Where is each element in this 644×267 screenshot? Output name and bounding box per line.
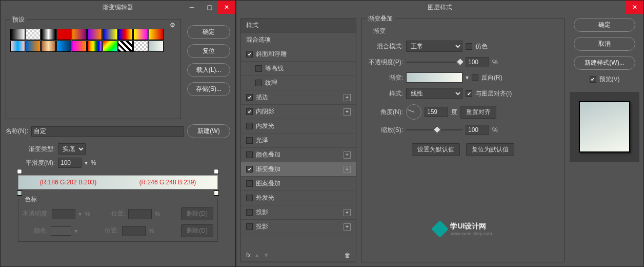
- checkbox[interactable]: [246, 151, 253, 158]
- close-button[interactable]: ✕: [626, 1, 643, 14]
- style-gradient-overlay[interactable]: 渐变叠加+: [241, 162, 356, 177]
- reset-button[interactable]: 复位: [187, 44, 230, 58]
- preset-swatch[interactable]: [103, 41, 117, 52]
- checkbox[interactable]: [246, 108, 253, 115]
- opacity-stop-left[interactable]: [17, 169, 22, 174]
- style-pattern-overlay[interactable]: 图案叠加: [241, 177, 356, 191]
- style-bevel[interactable]: 斜面和浮雕: [241, 47, 356, 62]
- style-drop-shadow-1[interactable]: 投影+: [241, 205, 356, 220]
- checkbox[interactable]: [246, 137, 253, 144]
- style-color-overlay[interactable]: 颜色叠加+: [241, 148, 356, 162]
- gradient-picker[interactable]: [406, 72, 462, 83]
- chevron-down-icon[interactable]: ▾: [85, 159, 88, 166]
- name-input[interactable]: [31, 126, 184, 137]
- preset-swatch[interactable]: [149, 29, 164, 40]
- chevron-down-icon[interactable]: ▾: [466, 74, 469, 81]
- opacity-stop-right[interactable]: [214, 169, 219, 174]
- checkbox[interactable]: [246, 223, 253, 230]
- angle-input[interactable]: [425, 107, 448, 117]
- maximize-button[interactable]: ▢: [200, 1, 218, 14]
- gradient-overlay-panel: 渐变叠加 渐变 混合模式: 正常 仿色 不透明度(P): % 渐变:: [361, 18, 565, 262]
- angle-dial[interactable]: [406, 104, 421, 120]
- style-drop-shadow-2[interactable]: 投影+: [241, 220, 356, 234]
- scale-input[interactable]: [466, 125, 489, 135]
- ok-button[interactable]: 确定: [187, 25, 230, 39]
- reverse-checkbox[interactable]: [472, 74, 478, 81]
- arrow-up-icon[interactable]: ▲: [254, 252, 260, 259]
- style-stroke[interactable]: 描边+: [241, 90, 356, 105]
- plus-icon[interactable]: +: [344, 223, 351, 231]
- style-satin[interactable]: 光泽: [241, 134, 356, 148]
- ls-new-style-button[interactable]: 新建样式(W)...: [574, 56, 635, 70]
- plus-icon[interactable]: +: [344, 94, 351, 101]
- preset-swatch[interactable]: [56, 29, 71, 40]
- preset-swatch[interactable]: [56, 41, 71, 52]
- preset-swatch[interactable]: [26, 41, 41, 52]
- reset-default-button[interactable]: 复位为默认值: [466, 143, 514, 156]
- fx-icon[interactable]: fx: [246, 252, 251, 259]
- preset-swatch[interactable]: [149, 41, 164, 52]
- style-inner-glow[interactable]: 内发光: [241, 119, 356, 134]
- minimize-button[interactable]: ─: [183, 1, 200, 14]
- type-select[interactable]: 实底: [58, 143, 86, 155]
- checkbox[interactable]: [246, 209, 253, 216]
- dither-checkbox[interactable]: [466, 43, 472, 50]
- blend-mode-select[interactable]: 正常: [406, 41, 462, 52]
- preview-checkbox[interactable]: [590, 76, 596, 83]
- style-inner-shadow[interactable]: 内阴影+: [241, 105, 356, 119]
- ls-cancel-button[interactable]: 取消: [574, 37, 635, 51]
- style-texture[interactable]: 纹理: [241, 76, 356, 90]
- trash-icon[interactable]: 🗑: [345, 252, 351, 259]
- preset-swatch[interactable]: [133, 41, 148, 52]
- plus-icon[interactable]: +: [344, 166, 351, 173]
- plus-icon[interactable]: +: [344, 209, 351, 216]
- gradient-bar[interactable]: (R:186 G:202 B:203) (R:246 G:248 B:239): [18, 175, 218, 189]
- preset-swatch[interactable]: [41, 29, 56, 40]
- preset-swatch[interactable]: [87, 41, 102, 52]
- preset-swatch[interactable]: [118, 41, 133, 52]
- plus-icon[interactable]: +: [344, 108, 351, 116]
- close-button[interactable]: ✕: [218, 1, 235, 14]
- load-button[interactable]: 载入(L)...: [187, 63, 230, 77]
- blend-options[interactable]: 混合选项: [241, 33, 356, 47]
- scale-slider[interactable]: [433, 126, 441, 134]
- style-contour[interactable]: 等高线: [241, 62, 356, 76]
- preset-swatch[interactable]: [72, 41, 87, 52]
- go-style-select[interactable]: 线性: [406, 88, 462, 99]
- ls-ok-button[interactable]: 确定: [574, 18, 635, 32]
- checkbox[interactable]: [246, 51, 253, 58]
- go-opacity-input[interactable]: [466, 57, 489, 67]
- align-checkbox[interactable]: [466, 90, 472, 97]
- preset-swatch[interactable]: [103, 29, 117, 40]
- checkbox[interactable]: [255, 65, 262, 72]
- smooth-input[interactable]: [58, 158, 82, 168]
- color-stop-right[interactable]: [214, 190, 219, 196]
- style-outer-glow[interactable]: 外发光: [241, 191, 356, 205]
- save-button[interactable]: 存储(S)...: [187, 82, 230, 96]
- checkbox[interactable]: [246, 166, 253, 173]
- new-button[interactable]: 新建(W): [187, 124, 230, 138]
- checkbox[interactable]: [255, 80, 262, 86]
- opacity-slider[interactable]: [456, 58, 465, 66]
- color-stop-left[interactable]: [17, 190, 22, 196]
- plus-icon[interactable]: +: [344, 151, 351, 159]
- preset-swatch[interactable]: [87, 29, 102, 40]
- checkbox[interactable]: [246, 123, 253, 129]
- gear-icon[interactable]: ⚙: [170, 22, 175, 29]
- arrow-down-icon[interactable]: ▼: [263, 252, 269, 259]
- checkbox[interactable]: [246, 195, 253, 201]
- preset-swatch[interactable]: [10, 41, 25, 52]
- preset-swatch[interactable]: [10, 29, 25, 40]
- go-opacity-label: 不透明度(P):: [366, 58, 403, 67]
- set-default-button[interactable]: 设置为默认值: [412, 143, 460, 156]
- presets-label: 预设: [10, 15, 27, 24]
- checkbox[interactable]: [246, 94, 253, 101]
- checkbox[interactable]: [246, 180, 253, 187]
- preset-swatch[interactable]: [41, 41, 56, 52]
- preset-swatch[interactable]: [118, 29, 133, 40]
- preset-swatch[interactable]: [72, 29, 87, 40]
- preset-swatch[interactable]: [133, 29, 148, 40]
- preset-swatch[interactable]: [26, 29, 41, 40]
- styles-header[interactable]: 样式: [241, 18, 356, 33]
- reset-align-button[interactable]: 重置对齐: [460, 106, 496, 119]
